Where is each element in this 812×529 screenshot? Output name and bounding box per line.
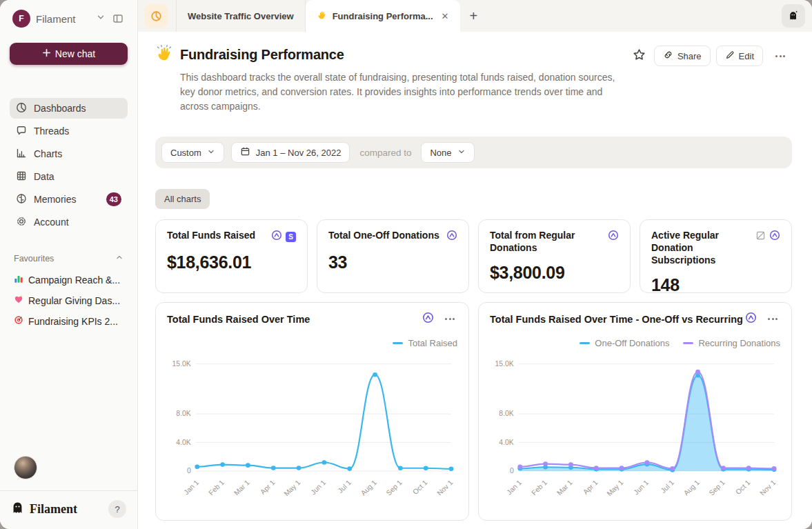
new-chat-button[interactable]: New chat — [10, 43, 128, 65]
svg-text:Jun 1: Jun 1 — [632, 479, 650, 496]
help-button[interactable]: ? — [108, 500, 126, 518]
favourite-item[interactable]: Regular Giving Das... — [10, 292, 128, 308]
area-chart-one-off-vs-recurring[interactable]: 04.0K8.0K15.0KJan 1Feb 1Mar 1Apr 1May 1J… — [490, 350, 780, 510]
home-pie-icon-button[interactable] — [144, 4, 168, 28]
svg-text:May 1: May 1 — [283, 479, 302, 497]
tab-label: Fundraising Performa... — [333, 11, 433, 21]
bar-chart-emoji — [14, 274, 23, 286]
chevron-down-icon — [207, 148, 215, 158]
sidebar-item-dashboards[interactable]: Dashboards — [10, 98, 128, 119]
more-options-button[interactable] — [769, 46, 792, 66]
wave-hand-emoji — [317, 10, 327, 22]
chevron-down-icon[interactable] — [96, 12, 106, 25]
tab-fundraising-performance[interactable]: Fundraising Performa... ✕ — [306, 0, 460, 32]
svg-text:Sep 1: Sep 1 — [708, 479, 726, 497]
favourite-item[interactable]: Campaign Reach &... — [10, 272, 128, 288]
legend-label: Recurring Donations — [698, 338, 780, 348]
legend-swatch — [393, 342, 403, 345]
svg-text:Oct 1: Oct 1 — [734, 479, 752, 496]
app-window: F Filament New chat Dashboards Threads — [0, 0, 812, 529]
sidebar-item-account[interactable]: Account — [10, 212, 128, 232]
favourite-item-label: Campaign Reach &... — [28, 275, 120, 286]
speech-bubble-icon — [16, 125, 27, 138]
dashboard-content: Fundraising Performance This dashboard t… — [138, 32, 812, 529]
tab-website-traffic-overview[interactable]: Website Traffic Overview — [176, 0, 306, 32]
date-filter-bar: Custom Jan 1 – Nov 26, 2022 compared to … — [155, 137, 792, 168]
svg-text:8.0K: 8.0K — [499, 410, 514, 418]
chart-more-button[interactable] — [442, 315, 457, 323]
svg-text:Jul 1: Jul 1 — [660, 479, 676, 495]
favourites-header[interactable]: Favourites — [10, 253, 128, 263]
plus-icon — [42, 48, 51, 59]
all-charts-chip[interactable]: All charts — [155, 189, 210, 209]
compare-dropdown[interactable]: None — [421, 142, 474, 163]
sidebar-item-label: Dashboards — [34, 103, 121, 114]
link-icon — [663, 50, 673, 62]
edit-label: Edit — [739, 51, 754, 61]
sidebar-item-data[interactable]: Data — [10, 166, 128, 187]
kpi-value: $3,800.09 — [490, 263, 619, 283]
date-range-picker[interactable]: Jan 1 – Nov 26, 2022 — [231, 142, 350, 163]
stripe-icon[interactable]: S — [286, 232, 296, 242]
assistant-ghost-button[interactable] — [782, 4, 805, 28]
legend-swatch — [580, 342, 590, 345]
chart-more-button[interactable] — [765, 315, 780, 323]
chevron-down-icon — [457, 148, 466, 158]
svg-text:Apr 1: Apr 1 — [582, 479, 600, 496]
source-circle-icon[interactable] — [271, 230, 282, 243]
svg-text:8.0K: 8.0K — [176, 410, 191, 418]
star-icon[interactable] — [630, 46, 648, 66]
favourite-item-label: Fundraising KPIs 2... — [28, 316, 118, 327]
svg-text:Feb 1: Feb 1 — [207, 479, 226, 497]
favourite-item[interactable]: Fundraising KPIs 2... — [10, 313, 128, 329]
edit-button[interactable]: Edit — [716, 46, 763, 66]
new-tab-button[interactable]: + — [460, 8, 488, 24]
workspace-logo: F — [12, 10, 30, 28]
legend-item: Total Raised — [393, 338, 457, 348]
svg-text:4.0K: 4.0K — [176, 439, 191, 446]
favourites-list: Campaign Reach &... Regular Giving Das..… — [10, 272, 128, 329]
image-off-icon — [755, 230, 766, 243]
gear-icon — [16, 216, 27, 229]
source-circle-icon[interactable] — [769, 230, 780, 243]
kpi-row: Total Funds Raised S $18,636.01 Total On… — [155, 219, 792, 293]
source-circle-icon[interactable] — [446, 230, 457, 243]
page-description: This dashboard tracks the overall state … — [180, 70, 630, 114]
kpi-card-active-subscriptions: Active Regular Donation Subscriptions 14… — [640, 219, 792, 293]
legend-swatch — [683, 342, 693, 345]
user-avatar[interactable] — [14, 456, 37, 479]
sidebar-item-label: Account — [34, 217, 121, 228]
more-icon — [768, 318, 778, 320]
chart-card-total-funds-over-time: Total Funds Raised Over Time Total Raise… — [155, 302, 469, 521]
sidebar-item-charts[interactable]: Charts — [10, 143, 128, 164]
workspace-switcher[interactable]: F Filament — [10, 10, 128, 28]
source-circle-icon[interactable] — [745, 312, 757, 326]
more-icon — [775, 55, 785, 57]
page-header: Fundraising Performance This dashboard t… — [155, 44, 792, 114]
svg-text:Nov 1: Nov 1 — [435, 479, 454, 497]
page-title: Fundraising Performance — [180, 47, 344, 63]
kpi-title: Active Regular Donation Subscriptions — [651, 229, 750, 266]
range-type-value: Custom — [170, 148, 201, 158]
tab-bar: Website Traffic Overview Fundraising Per… — [138, 0, 812, 32]
calendar-icon — [240, 146, 250, 159]
chart-legend: Total Raised — [167, 338, 457, 348]
range-type-dropdown[interactable]: Custom — [161, 142, 224, 163]
share-button[interactable]: Share — [654, 46, 711, 66]
svg-text:May 1: May 1 — [606, 479, 625, 497]
svg-text:Aug 1: Aug 1 — [359, 479, 378, 497]
bar-chart-icon — [16, 148, 27, 161]
chart-title: Total Funds Raised Over Time - One-Off v… — [490, 314, 743, 325]
line-chart-total-raised[interactable]: 04.0K8.0K15.0KJan 1Feb 1Mar 1Apr 1May 1J… — [167, 350, 457, 510]
favourite-item-label: Regular Giving Das... — [28, 295, 120, 306]
sidebar-toggle-icon[interactable] — [111, 12, 125, 26]
date-range-value: Jan 1 – Nov 26, 2022 — [256, 148, 341, 158]
sidebar-item-threads[interactable]: Threads — [10, 121, 128, 141]
kpi-value: 148 — [651, 275, 780, 295]
tab-close-icon[interactable]: ✕ — [439, 11, 449, 21]
svg-text:4.0K: 4.0K — [499, 439, 514, 446]
svg-text:15.0K: 15.0K — [495, 360, 514, 368]
source-circle-icon[interactable] — [608, 230, 619, 243]
source-circle-icon[interactable] — [422, 312, 434, 326]
sidebar-item-memories[interactable]: Memories 43 — [10, 189, 128, 210]
